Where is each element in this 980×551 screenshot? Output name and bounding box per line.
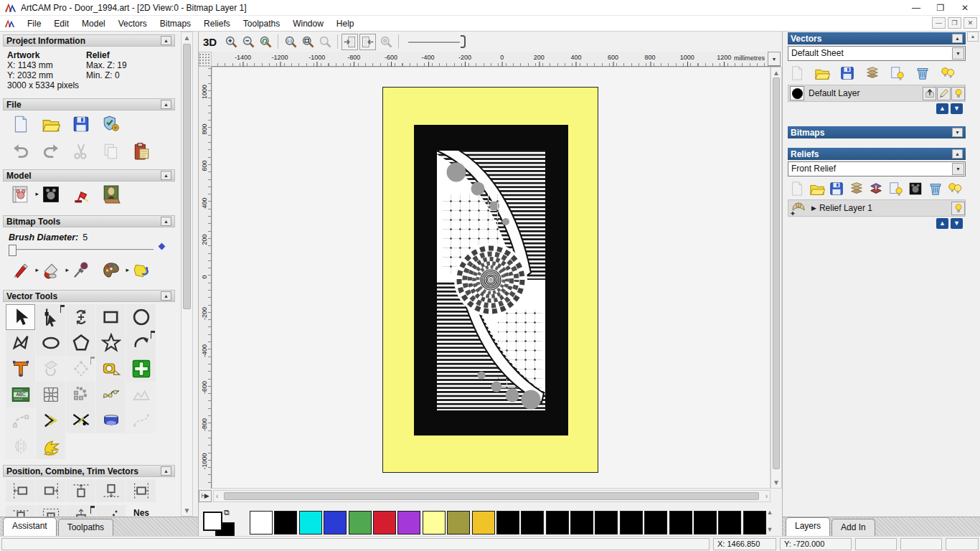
sculpt-relief-icon[interactable] bbox=[790, 199, 807, 217]
canvas-vertical-scrollbar[interactable]: ▲ ▼ bbox=[771, 67, 782, 489]
drawing-canvas[interactable] bbox=[212, 67, 771, 489]
new-sheet-icon[interactable] bbox=[788, 64, 806, 83]
scroll-up-icon[interactable]: ▲ bbox=[764, 509, 776, 516]
link-colours-icon[interactable]: ⧉ bbox=[224, 508, 230, 517]
vector-layer-row[interactable]: Default Layer bbox=[788, 85, 966, 102]
menu-item-edit[interactable]: Edit bbox=[47, 17, 75, 30]
scroll-up-icon[interactable]: ▲ bbox=[182, 34, 192, 42]
palette-scrollbar[interactable]: ▲ ▼ bbox=[764, 509, 776, 537]
toggle-vector-icon[interactable] bbox=[359, 34, 376, 50]
mdi-close-button[interactable]: ✕ bbox=[963, 17, 977, 29]
create-polyline-icon[interactable] bbox=[6, 330, 35, 356]
layer-visibility-bulb-icon[interactable] bbox=[951, 202, 965, 215]
block-copy-icon[interactable] bbox=[66, 382, 95, 408]
menu-item-model[interactable]: Model bbox=[75, 17, 112, 30]
create-circle-icon[interactable] bbox=[126, 304, 156, 330]
colour-swatch[interactable] bbox=[546, 511, 569, 534]
green-cross-icon[interactable] bbox=[126, 356, 156, 382]
scrollbar-thumb[interactable] bbox=[183, 44, 191, 309]
align-centre-h-icon[interactable] bbox=[126, 479, 156, 502]
collapse-button[interactable]: ▲ bbox=[161, 36, 171, 45]
door-border-bitmap[interactable] bbox=[414, 125, 568, 435]
colour-swatch[interactable] bbox=[570, 511, 593, 534]
snap-shape-icon[interactable] bbox=[66, 356, 95, 382]
pan-mode-button[interactable]: ⊦▶ bbox=[199, 490, 212, 502]
minimize-button[interactable]: — bbox=[904, 1, 928, 15]
move-layer-up-button[interactable]: ▲ bbox=[936, 218, 948, 229]
panel-scroll-up-icon[interactable]: ▲ bbox=[967, 32, 979, 42]
envelope-distort-icon[interactable] bbox=[36, 382, 65, 408]
create-star-icon[interactable] bbox=[96, 330, 126, 356]
flood-fill-icon[interactable] bbox=[40, 260, 62, 281]
fit-arcs-icon[interactable] bbox=[6, 408, 35, 433]
sheet-select[interactable]: Default Sheet ▼ bbox=[788, 46, 966, 61]
save-layers-icon[interactable] bbox=[838, 64, 857, 83]
load-image-icon[interactable] bbox=[100, 184, 122, 205]
mdi-minimize-button[interactable]: — bbox=[932, 17, 946, 29]
save-layers-icon[interactable] bbox=[827, 179, 846, 198]
collapse-button[interactable]: ▲ bbox=[952, 34, 963, 43]
undo-icon[interactable] bbox=[10, 141, 32, 162]
expand-layer-icon[interactable]: ▶ bbox=[811, 204, 816, 212]
align-right-icon[interactable] bbox=[36, 479, 65, 502]
edit-layer-colour-icon[interactable] bbox=[937, 87, 951, 100]
colour-swatch[interactable] bbox=[373, 511, 396, 534]
menu-item-bitmaps[interactable]: Bitmaps bbox=[154, 17, 197, 30]
door-design-bitmap[interactable] bbox=[437, 150, 545, 410]
colour-swatch[interactable] bbox=[447, 511, 470, 534]
menu-item-toolpaths[interactable]: Toolpaths bbox=[237, 17, 286, 30]
paste-position-icon[interactable] bbox=[66, 505, 95, 517]
scrollbar-thumb[interactable] bbox=[224, 492, 759, 500]
select-vectors-icon[interactable] bbox=[6, 304, 35, 330]
scatter-copy-icon[interactable] bbox=[96, 505, 126, 517]
align-top-icon[interactable] bbox=[66, 479, 95, 502]
toggle-bitmap-icon[interactable] bbox=[341, 34, 358, 50]
colour-swatch[interactable] bbox=[595, 511, 618, 534]
redo-icon[interactable] bbox=[40, 141, 62, 162]
assistant-scrollbar[interactable]: ▲ ▼ bbox=[181, 32, 193, 517]
menu-item-help[interactable]: Help bbox=[330, 17, 361, 30]
primary-secondary-colour-selector[interactable]: ⧉ bbox=[203, 510, 240, 539]
brush-diameter-slider[interactable] bbox=[10, 249, 154, 251]
zoom-in-icon[interactable] bbox=[222, 33, 240, 50]
colour-swatch[interactable] bbox=[718, 511, 741, 534]
delete-layer-icon[interactable] bbox=[926, 179, 945, 198]
transform-vectors-icon[interactable] bbox=[66, 304, 95, 330]
all-layers-visibility-icon[interactable] bbox=[938, 64, 957, 83]
colour-swatch[interactable] bbox=[669, 511, 692, 534]
relief-layer-row[interactable]: ▶ Relief Layer 1 bbox=[788, 199, 966, 217]
layer-colour-swatch[interactable] bbox=[790, 86, 804, 100]
contrast-slider[interactable] bbox=[408, 34, 466, 50]
zoom-previous-icon[interactable] bbox=[257, 33, 274, 50]
scroll-down-icon[interactable]: ▼ bbox=[764, 526, 776, 533]
align-left-icon[interactable] bbox=[6, 479, 35, 502]
open-model-icon[interactable] bbox=[40, 113, 62, 135]
wrap-text-icon[interactable] bbox=[36, 356, 65, 382]
create-rectangle-icon[interactable] bbox=[96, 304, 126, 330]
ruler-origin-box[interactable] bbox=[199, 52, 212, 67]
align-bottom-icon[interactable] bbox=[96, 479, 126, 502]
move-layer-up-button[interactable]: ▲ bbox=[936, 103, 948, 114]
centre-in-page-icon[interactable] bbox=[36, 505, 65, 517]
tab-layers[interactable]: Layers bbox=[786, 517, 830, 536]
primary-colour-swatch[interactable] bbox=[203, 512, 222, 531]
menu-item-file[interactable]: File bbox=[21, 17, 47, 30]
colour-swatch[interactable] bbox=[644, 511, 667, 534]
move-layer-down-button[interactable]: ▼ bbox=[951, 218, 963, 229]
cut-icon[interactable] bbox=[70, 141, 92, 162]
expand-button[interactable]: ▼ bbox=[952, 128, 963, 137]
colour-swatch[interactable] bbox=[496, 511, 519, 534]
open-layers-icon[interactable] bbox=[808, 179, 826, 198]
close-button[interactable]: ✕ bbox=[953, 1, 977, 15]
merge-layers-icon[interactable] bbox=[847, 179, 866, 198]
mdi-restore-button[interactable]: ❐ bbox=[948, 17, 961, 29]
preview-relief-icon[interactable] bbox=[377, 33, 395, 50]
collapse-button[interactable]: ▲ bbox=[161, 466, 171, 476]
model-page[interactable] bbox=[382, 87, 598, 473]
zoom-1to1-icon[interactable]: 1:1 bbox=[282, 33, 299, 50]
colour-swatch[interactable] bbox=[694, 511, 717, 534]
tab-add-in[interactable]: Add In bbox=[831, 519, 875, 536]
palette-icon[interactable] bbox=[100, 260, 122, 281]
scroll-down-icon[interactable]: ▼ bbox=[771, 479, 781, 486]
create-text-icon[interactable] bbox=[6, 356, 35, 382]
